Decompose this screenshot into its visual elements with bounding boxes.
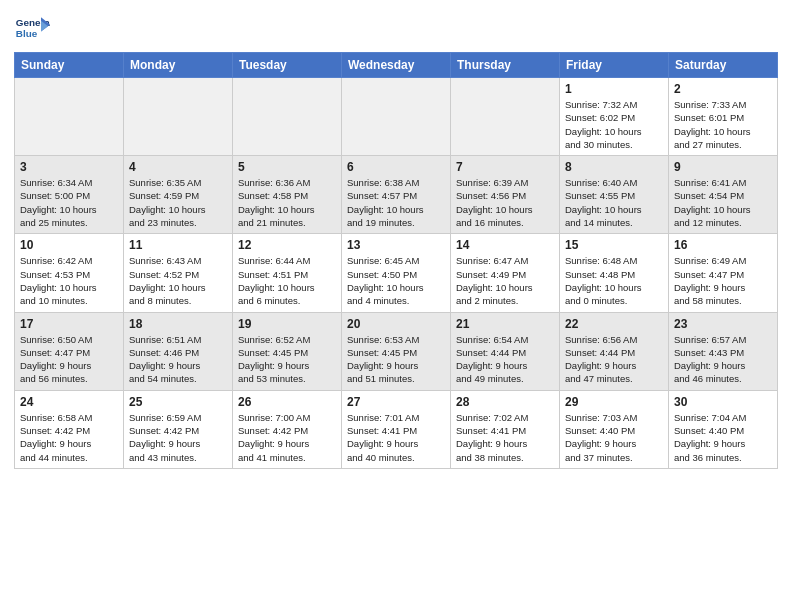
day-number: 22 — [565, 317, 663, 331]
calendar-day: 26Sunrise: 7:00 AM Sunset: 4:42 PM Dayli… — [233, 390, 342, 468]
day-number: 8 — [565, 160, 663, 174]
calendar-day: 9Sunrise: 6:41 AM Sunset: 4:54 PM Daylig… — [669, 156, 778, 234]
day-detail: Sunrise: 7:00 AM Sunset: 4:42 PM Dayligh… — [238, 411, 336, 464]
page-wrapper: General Blue SundayMondayTuesdayWednesda… — [0, 0, 792, 483]
day-detail: Sunrise: 7:03 AM Sunset: 4:40 PM Dayligh… — [565, 411, 663, 464]
calendar-week-2: 3Sunrise: 6:34 AM Sunset: 5:00 PM Daylig… — [15, 156, 778, 234]
weekday-header-thursday: Thursday — [451, 53, 560, 78]
calendar-day: 2Sunrise: 7:33 AM Sunset: 6:01 PM Daylig… — [669, 78, 778, 156]
logo-icon: General Blue — [14, 10, 50, 46]
day-detail: Sunrise: 6:41 AM Sunset: 4:54 PM Dayligh… — [674, 176, 772, 229]
day-detail: Sunrise: 6:57 AM Sunset: 4:43 PM Dayligh… — [674, 333, 772, 386]
calendar-day: 16Sunrise: 6:49 AM Sunset: 4:47 PM Dayli… — [669, 234, 778, 312]
day-detail: Sunrise: 6:48 AM Sunset: 4:48 PM Dayligh… — [565, 254, 663, 307]
day-detail: Sunrise: 6:45 AM Sunset: 4:50 PM Dayligh… — [347, 254, 445, 307]
calendar-day: 20Sunrise: 6:53 AM Sunset: 4:45 PM Dayli… — [342, 312, 451, 390]
calendar-day: 25Sunrise: 6:59 AM Sunset: 4:42 PM Dayli… — [124, 390, 233, 468]
day-detail: Sunrise: 7:01 AM Sunset: 4:41 PM Dayligh… — [347, 411, 445, 464]
calendar-day: 24Sunrise: 6:58 AM Sunset: 4:42 PM Dayli… — [15, 390, 124, 468]
day-detail: Sunrise: 6:51 AM Sunset: 4:46 PM Dayligh… — [129, 333, 227, 386]
day-detail: Sunrise: 6:53 AM Sunset: 4:45 PM Dayligh… — [347, 333, 445, 386]
weekday-header-tuesday: Tuesday — [233, 53, 342, 78]
day-detail: Sunrise: 7:32 AM Sunset: 6:02 PM Dayligh… — [565, 98, 663, 151]
calendar-day — [124, 78, 233, 156]
calendar-day: 14Sunrise: 6:47 AM Sunset: 4:49 PM Dayli… — [451, 234, 560, 312]
calendar-day: 8Sunrise: 6:40 AM Sunset: 4:55 PM Daylig… — [560, 156, 669, 234]
calendar-day: 21Sunrise: 6:54 AM Sunset: 4:44 PM Dayli… — [451, 312, 560, 390]
calendar-day: 12Sunrise: 6:44 AM Sunset: 4:51 PM Dayli… — [233, 234, 342, 312]
calendar-day: 3Sunrise: 6:34 AM Sunset: 5:00 PM Daylig… — [15, 156, 124, 234]
day-detail: Sunrise: 6:38 AM Sunset: 4:57 PM Dayligh… — [347, 176, 445, 229]
calendar-day — [342, 78, 451, 156]
day-detail: Sunrise: 6:42 AM Sunset: 4:53 PM Dayligh… — [20, 254, 118, 307]
logo: General Blue — [14, 10, 50, 46]
weekday-header-wednesday: Wednesday — [342, 53, 451, 78]
day-number: 11 — [129, 238, 227, 252]
day-number: 5 — [238, 160, 336, 174]
day-number: 9 — [674, 160, 772, 174]
calendar-day: 11Sunrise: 6:43 AM Sunset: 4:52 PM Dayli… — [124, 234, 233, 312]
calendar-week-5: 24Sunrise: 6:58 AM Sunset: 4:42 PM Dayli… — [15, 390, 778, 468]
day-detail: Sunrise: 6:39 AM Sunset: 4:56 PM Dayligh… — [456, 176, 554, 229]
calendar-day — [15, 78, 124, 156]
calendar-day: 4Sunrise: 6:35 AM Sunset: 4:59 PM Daylig… — [124, 156, 233, 234]
calendar-day: 30Sunrise: 7:04 AM Sunset: 4:40 PM Dayli… — [669, 390, 778, 468]
calendar-week-3: 10Sunrise: 6:42 AM Sunset: 4:53 PM Dayli… — [15, 234, 778, 312]
day-detail: Sunrise: 6:56 AM Sunset: 4:44 PM Dayligh… — [565, 333, 663, 386]
day-number: 7 — [456, 160, 554, 174]
day-number: 30 — [674, 395, 772, 409]
calendar-day: 29Sunrise: 7:03 AM Sunset: 4:40 PM Dayli… — [560, 390, 669, 468]
day-number: 27 — [347, 395, 445, 409]
day-number: 13 — [347, 238, 445, 252]
day-number: 23 — [674, 317, 772, 331]
day-number: 19 — [238, 317, 336, 331]
day-detail: Sunrise: 7:02 AM Sunset: 4:41 PM Dayligh… — [456, 411, 554, 464]
day-detail: Sunrise: 6:50 AM Sunset: 4:47 PM Dayligh… — [20, 333, 118, 386]
calendar: SundayMondayTuesdayWednesdayThursdayFrid… — [14, 52, 778, 469]
day-detail: Sunrise: 6:58 AM Sunset: 4:42 PM Dayligh… — [20, 411, 118, 464]
day-detail: Sunrise: 6:36 AM Sunset: 4:58 PM Dayligh… — [238, 176, 336, 229]
day-number: 2 — [674, 82, 772, 96]
calendar-day: 15Sunrise: 6:48 AM Sunset: 4:48 PM Dayli… — [560, 234, 669, 312]
day-number: 28 — [456, 395, 554, 409]
calendar-day: 5Sunrise: 6:36 AM Sunset: 4:58 PM Daylig… — [233, 156, 342, 234]
calendar-day: 6Sunrise: 6:38 AM Sunset: 4:57 PM Daylig… — [342, 156, 451, 234]
day-number: 10 — [20, 238, 118, 252]
day-detail: Sunrise: 7:04 AM Sunset: 4:40 PM Dayligh… — [674, 411, 772, 464]
day-number: 1 — [565, 82, 663, 96]
day-detail: Sunrise: 6:34 AM Sunset: 5:00 PM Dayligh… — [20, 176, 118, 229]
day-number: 12 — [238, 238, 336, 252]
calendar-day — [451, 78, 560, 156]
day-detail: Sunrise: 6:40 AM Sunset: 4:55 PM Dayligh… — [565, 176, 663, 229]
calendar-day: 23Sunrise: 6:57 AM Sunset: 4:43 PM Dayli… — [669, 312, 778, 390]
day-detail: Sunrise: 6:54 AM Sunset: 4:44 PM Dayligh… — [456, 333, 554, 386]
day-number: 6 — [347, 160, 445, 174]
day-detail: Sunrise: 6:49 AM Sunset: 4:47 PM Dayligh… — [674, 254, 772, 307]
weekday-header-sunday: Sunday — [15, 53, 124, 78]
day-number: 15 — [565, 238, 663, 252]
weekday-header-friday: Friday — [560, 53, 669, 78]
calendar-day: 28Sunrise: 7:02 AM Sunset: 4:41 PM Dayli… — [451, 390, 560, 468]
calendar-header-row: SundayMondayTuesdayWednesdayThursdayFrid… — [15, 53, 778, 78]
day-detail: Sunrise: 6:59 AM Sunset: 4:42 PM Dayligh… — [129, 411, 227, 464]
calendar-day: 27Sunrise: 7:01 AM Sunset: 4:41 PM Dayli… — [342, 390, 451, 468]
day-number: 4 — [129, 160, 227, 174]
day-number: 21 — [456, 317, 554, 331]
calendar-day: 22Sunrise: 6:56 AM Sunset: 4:44 PM Dayli… — [560, 312, 669, 390]
day-number: 29 — [565, 395, 663, 409]
day-number: 26 — [238, 395, 336, 409]
calendar-week-1: 1Sunrise: 7:32 AM Sunset: 6:02 PM Daylig… — [15, 78, 778, 156]
day-number: 20 — [347, 317, 445, 331]
day-detail: Sunrise: 6:43 AM Sunset: 4:52 PM Dayligh… — [129, 254, 227, 307]
day-detail: Sunrise: 6:44 AM Sunset: 4:51 PM Dayligh… — [238, 254, 336, 307]
day-number: 17 — [20, 317, 118, 331]
day-number: 16 — [674, 238, 772, 252]
day-number: 25 — [129, 395, 227, 409]
calendar-day: 13Sunrise: 6:45 AM Sunset: 4:50 PM Dayli… — [342, 234, 451, 312]
day-detail: Sunrise: 6:35 AM Sunset: 4:59 PM Dayligh… — [129, 176, 227, 229]
weekday-header-monday: Monday — [124, 53, 233, 78]
day-number: 18 — [129, 317, 227, 331]
day-number: 24 — [20, 395, 118, 409]
weekday-header-saturday: Saturday — [669, 53, 778, 78]
day-detail: Sunrise: 6:47 AM Sunset: 4:49 PM Dayligh… — [456, 254, 554, 307]
